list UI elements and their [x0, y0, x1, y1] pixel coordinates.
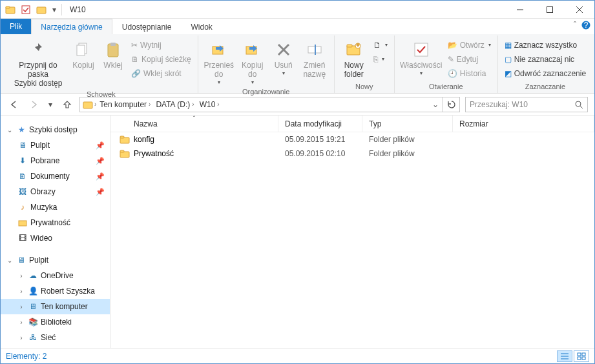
sidebar-desktop-root[interactable]: ⌄ 🖥 Pulpit [1, 252, 110, 268]
sidebar-item-pictures[interactable]: 🖼Obrazy📌 [1, 184, 110, 199]
copy-path-button[interactable]: 🗎Kopiuj ścieżkę [129, 52, 194, 66]
paste-shortcut-button[interactable]: 🔗Wklej skrót [129, 66, 194, 81]
refresh-button[interactable] [443, 97, 460, 112]
svg-rect-30 [120, 136, 124, 138]
close-button[interactable] [565, 1, 594, 19]
history-button[interactable]: 🕘Historia [445, 66, 494, 81]
copy-button[interactable]: Kopiuj [69, 38, 98, 72]
paste-icon [103, 39, 123, 60]
newitem-icon: 🗋 [373, 41, 381, 50]
sidebar-item-downloads[interactable]: ⬇Pobrane📌 [1, 153, 110, 168]
sidebar-item-desktop[interactable]: 🖥Pulpit📌 [1, 137, 110, 153]
sidebar-item-network[interactable]: ›🖧Sieć [1, 330, 110, 345]
svg-rect-3 [37, 7, 46, 14]
app-folder-icon [3, 3, 17, 17]
new-folder-button[interactable]: ✦ Nowy folder [339, 38, 370, 81]
open-icon: 📂 [448, 41, 457, 50]
column-header-date[interactable]: Data modyfikacji [278, 116, 362, 132]
chevron-right-icon[interactable]: › [17, 319, 25, 326]
copy-to-button[interactable]: Kopiuj do▾ [237, 38, 268, 86]
chevron-right-icon[interactable]: › [17, 303, 25, 310]
chevron-right-icon[interactable]: › [17, 334, 25, 341]
ribbon-collapse-icon[interactable]: ˆ [574, 21, 576, 30]
properties-icon [411, 39, 432, 60]
nav-recent-dropdown[interactable]: ▾ [46, 97, 55, 112]
new-item-button[interactable]: 🗋▾ [371, 38, 390, 52]
onedrive-icon: ☁ [28, 271, 38, 280]
pin-to-quick-access-button[interactable]: Przypnij do paska Szybki dostęp [8, 38, 68, 89]
move-to-button[interactable]: Przenieś do▾ [202, 38, 236, 86]
list-item[interactable]: konfig 05.09.2015 19:21 Folder plików [110, 132, 594, 147]
file-list[interactable]: konfig 05.09.2015 19:21 Folder plików Pr… [110, 132, 594, 348]
tab-share[interactable]: Udostępnianie [112, 19, 182, 34]
select-all-button[interactable]: ▦Zaznacz wszystko [502, 38, 589, 52]
search-input[interactable]: Przeszukaj: W10 [465, 97, 588, 112]
cut-button[interactable]: ✂Wytnij [129, 38, 194, 52]
svg-rect-19 [315, 45, 316, 55]
nav-back-button[interactable] [7, 97, 21, 112]
rename-button[interactable]: Zmień nazwę [299, 38, 330, 81]
column-header-type[interactable]: Typ [362, 116, 453, 132]
tab-file[interactable]: Plik [1, 19, 31, 34]
rename-icon [304, 39, 325, 60]
sidebar-item-documents[interactable]: 🗎Dokumenty📌 [1, 168, 110, 184]
svg-line-27 [580, 106, 583, 108]
user-icon: 👤 [28, 287, 38, 296]
column-header-size[interactable]: Rozmiar [453, 116, 594, 132]
properties-button[interactable]: Właściwości▾ [399, 38, 444, 77]
sidebar-item-video[interactable]: 🎞Wideo [1, 230, 110, 246]
sidebar-quick-access[interactable]: ⌄ ★ Szybki dostęp [1, 122, 110, 137]
star-icon: ★ [16, 125, 26, 134]
chevron-down-icon[interactable]: ⌄ [6, 257, 14, 264]
view-large-icons-button[interactable] [574, 350, 589, 362]
svg-rect-38 [578, 357, 581, 359]
copypath-icon: 🗎 [131, 55, 139, 64]
breadcrumb[interactable]: Ten komputer› [98, 100, 152, 109]
network-icon: 🖧 [28, 333, 38, 342]
chevron-right-icon[interactable]: › [17, 288, 25, 295]
easy-access-button[interactable]: ⎘▾ [371, 52, 390, 66]
tab-view[interactable]: Widok [181, 19, 222, 34]
address-bar[interactable]: › Ten komputer› DATA (D:)› W10› ⌄ [79, 97, 443, 112]
sidebar-item-music[interactable]: ♪Muzyka [1, 199, 110, 215]
view-details-button[interactable] [557, 350, 572, 362]
paste-button[interactable]: Wklej [99, 38, 127, 72]
list-item[interactable]: Prywatność 05.09.2015 02:10 Folder plikó… [110, 147, 594, 161]
pin-icon: 📌 [96, 188, 105, 196]
pin-icon: 📌 [96, 157, 105, 165]
sidebar-item-privacy[interactable]: Prywatność [1, 215, 110, 230]
navigation-pane[interactable]: ⌄ ★ Szybki dostęp 🖥Pulpit📌 ⬇Pobrane📌 🗎Do… [1, 116, 110, 348]
select-none-button[interactable]: ▢Nie zaznaczaj nic [502, 52, 589, 66]
address-dropdown-icon[interactable]: ⌄ [428, 100, 443, 109]
minimize-button[interactable] [505, 1, 535, 19]
svg-rect-5 [547, 6, 553, 12]
sidebar-item-onedrive[interactable]: ›☁OneDrive [1, 268, 110, 283]
invert-selection-button[interactable]: ◩Odwróć zaznaczenie [502, 66, 589, 81]
nav-forward-button[interactable] [26, 97, 41, 112]
libraries-icon: 📚 [28, 318, 38, 327]
folder-icon [17, 218, 28, 227]
sidebar-item-this-pc[interactable]: ›🖥Ten komputer [1, 299, 110, 314]
sidebar-item-user[interactable]: ›👤Robert Szyszka [1, 283, 110, 299]
sidebar-item-libraries[interactable]: ›📚Biblioteki [1, 314, 110, 330]
maximize-button[interactable] [535, 1, 565, 19]
nav-up-button[interactable] [60, 97, 74, 112]
chevron-right-icon[interactable]: › [17, 272, 25, 279]
easyaccess-icon: ⎘ [373, 55, 378, 64]
moveto-icon [209, 39, 229, 60]
status-text: Elementy: 2 [6, 352, 47, 361]
breadcrumb[interactable]: W10› [198, 100, 222, 109]
edit-button[interactable]: ✎Edytuj [445, 52, 494, 66]
qat-properties-icon[interactable] [19, 3, 33, 17]
qat-newfolder-icon[interactable] [34, 3, 48, 17]
breadcrumb[interactable]: DATA (D:)› [154, 100, 196, 109]
pictures-icon: 🖼 [17, 187, 28, 196]
tab-home[interactable]: Narzędzia główne [31, 19, 112, 34]
help-icon[interactable]: ? [581, 21, 590, 30]
chevron-down-icon[interactable]: ⌄ [6, 126, 14, 134]
column-header-name[interactable]: ˆNazwa [110, 116, 278, 132]
delete-button[interactable]: Usuń▾ [269, 38, 298, 77]
open-button[interactable]: 📂Otwórz▾ [445, 38, 494, 52]
qat-dropdown-icon[interactable]: ▾ [50, 3, 59, 17]
copyto-icon [242, 39, 263, 60]
